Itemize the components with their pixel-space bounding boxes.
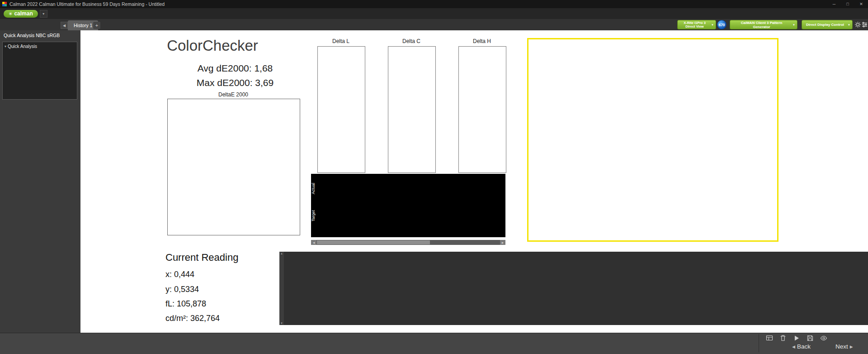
scroll-left-icon[interactable]: ◀ — [311, 240, 316, 245]
expander-icon: ▾ — [5, 44, 6, 48]
scroll-up-icon[interactable]: ▲ — [280, 252, 283, 255]
calman-app-window: Calman 2022 Calman Ultimate for Business… — [0, 0, 868, 354]
tree-root-label: Quick Analysis — [8, 44, 37, 49]
current-reading-cdm2: cd/m²: 362,764 — [165, 314, 220, 323]
sidebar: Quick Analysis NBC sRGB ▾ Quick Analysis — [0, 30, 80, 333]
play-icon[interactable] — [793, 335, 800, 342]
max-de2000-readout: Max dE2000: 3,69 — [149, 77, 321, 88]
chevron-down-icon: ▼ — [848, 24, 850, 26]
swatch-panel-scrollbar[interactable]: ◀ ▶ — [311, 240, 505, 245]
gear-icon[interactable] — [854, 21, 861, 28]
current-reading-fl: fL: 105,878 — [165, 299, 206, 309]
current-reading-y: y: 0,5334 — [165, 285, 199, 294]
actual-row-label: Actual — [311, 175, 317, 201]
measurements-table — [284, 252, 868, 325]
bottom-bar — [0, 333, 868, 354]
scrollbar-thumb[interactable] — [317, 240, 430, 244]
main-menu-dropdown[interactable]: ▼ — [40, 10, 47, 18]
trash-icon[interactable] — [779, 335, 787, 342]
chevron-down-icon: ▼ — [711, 24, 714, 26]
pattern-source-button[interactable]: CalMAN Client 3 Pattern Generator ▼ — [730, 20, 797, 29]
chevron-down-icon: ▼ — [793, 24, 795, 26]
avg-de2000-readout: Avg dE2000: 1,68 — [149, 63, 321, 74]
delta-h-title: Delta H — [455, 38, 509, 44]
pattern-source-label: CalMAN Client 3 Pattern Generator — [732, 21, 791, 29]
scroll-right-icon[interactable]: ▶ — [500, 240, 505, 245]
workflow-tree: ▾ Quick Analysis — [2, 42, 77, 100]
display-control-button[interactable]: Direct Display Control ▼ — [802, 20, 853, 29]
bottom-toolbar — [766, 335, 827, 342]
deltae-chart-title: DeltaE 2000 — [167, 91, 299, 98]
current-reading-x: x: 0,444 — [165, 270, 194, 279]
divider — [759, 334, 759, 352]
back-label: Back — [797, 343, 811, 350]
table-scrollbar[interactable]: ▲ ▼ — [279, 252, 284, 325]
target-row-label: Target — [311, 202, 317, 229]
sidebar-collapse-button[interactable]: ◀ — [61, 22, 68, 29]
calman-logo-label: calman — [14, 10, 33, 17]
menu-bar: ✳ calman ▼ — [0, 8, 868, 19]
tree-root-quick-analysis[interactable]: ▾ Quick Analysis — [3, 43, 77, 49]
pattern-preview-strip — [656, 8, 868, 19]
delta-l-title: Delta L — [314, 38, 368, 44]
actual-target-swatch-panel: Actual Target — [311, 174, 505, 237]
add-tab-button[interactable]: + — [93, 22, 100, 29]
delta-l-y-axis — [309, 46, 316, 172]
workflow-title: Quick Analysis NBC sRGB — [0, 30, 80, 40]
page-title: ColorChecker — [136, 37, 289, 54]
delta-h-y-axis — [450, 46, 458, 172]
back-arrow-icon: ◀ — [792, 344, 795, 349]
next-arrow-icon: ▶ — [850, 344, 853, 349]
app-icon — [2, 2, 7, 6]
settings-sliders-icon[interactable] — [861, 21, 868, 28]
calman-logo-button[interactable]: ✳ calman — [4, 10, 38, 18]
layout-icon[interactable] — [766, 335, 773, 342]
delta-c-title: Delta C — [384, 38, 439, 44]
current-reading-heading: Current Reading — [165, 252, 238, 263]
title-bar: Calman 2022 Calman Ultimate for Business… — [0, 0, 868, 8]
close-button[interactable]: ✕ — [854, 0, 868, 8]
deltae2000-x-axis — [167, 236, 299, 243]
next-label: Next — [835, 343, 848, 350]
save-icon[interactable] — [807, 335, 814, 342]
cie-1931-xy-chart — [527, 38, 778, 242]
delta-l-chart — [317, 46, 365, 173]
display-control-label: Direct Display Control — [804, 23, 846, 27]
calman-logo-icon: ✳ — [9, 11, 12, 16]
minimize-button[interactable]: ─ — [827, 0, 841, 8]
meter-select-button[interactable]: X-Rite i1Pro 3 Direct View ▼ — [677, 20, 716, 29]
delta-c-y-axis — [380, 46, 387, 172]
next-button[interactable]: Next ▶ — [835, 343, 853, 350]
back-button[interactable]: ◀ Back — [792, 343, 811, 350]
delta-h-chart — [458, 46, 506, 173]
eye-icon[interactable] — [820, 335, 827, 342]
maximize-button[interactable]: □ — [841, 0, 854, 8]
deltae2000-chart — [167, 99, 300, 235]
scroll-down-icon[interactable]: ▼ — [280, 321, 283, 325]
window-title: Calman 2022 Calman Ultimate for Business… — [9, 1, 165, 7]
meter-mode: Direct View — [679, 25, 710, 29]
tab-bar: ◀ History 1 + X-Rite i1Pro 3 Direct View… — [0, 19, 868, 30]
meter-status-badge[interactable]: 670 — [717, 20, 726, 29]
delta-c-chart — [388, 46, 436, 173]
